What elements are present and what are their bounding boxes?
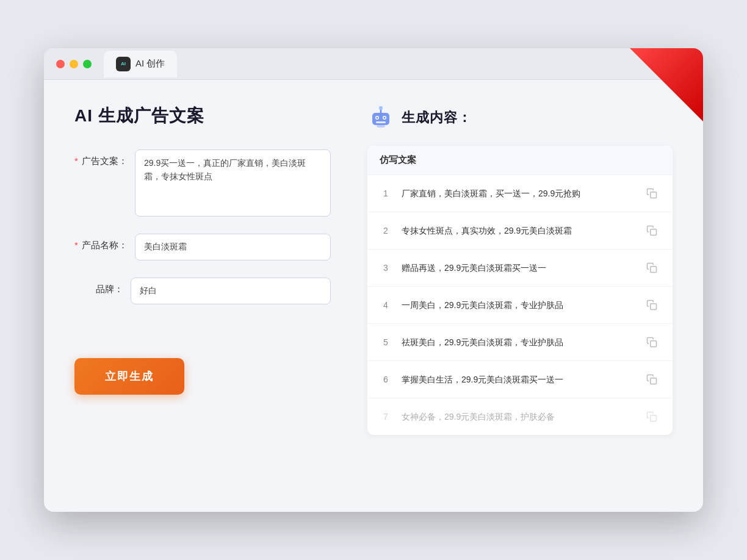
row-text: 专抹女性斑点，真实功效，29.9元美白淡斑霜 — [402, 224, 633, 237]
row-number: 3 — [380, 263, 392, 273]
browser-window: AI 创作 AI 生成广告文案 * 广告文案： * 产品名称： — [44, 48, 703, 512]
ad-copy-input[interactable] — [135, 149, 331, 217]
svg-rect-9 — [651, 192, 657, 198]
ad-copy-required-star: * — [74, 156, 78, 166]
browser-titlebar: AI 创作 — [44, 48, 703, 80]
robot-icon — [367, 104, 394, 131]
copy-icon[interactable] — [643, 222, 660, 239]
product-name-group: * 产品名称： — [74, 234, 331, 260]
generate-button[interactable]: 立即生成 — [74, 358, 184, 395]
svg-point-6 — [384, 117, 386, 119]
product-name-input[interactable] — [135, 234, 331, 260]
svg-rect-12 — [651, 304, 657, 310]
brand-group: 品牌： — [74, 278, 331, 304]
copy-icon[interactable] — [643, 408, 660, 425]
table-row: 5 祛斑美白，29.9元美白淡斑霜，专业护肤品 — [367, 324, 673, 361]
row-number: 2 — [380, 226, 392, 235]
svg-rect-14 — [651, 378, 657, 384]
table-row: 1 厂家直销，美白淡斑霜，买一送一，29.9元抢购 — [367, 175, 673, 212]
row-text: 赠品再送，29.9元美白淡斑霜买一送一 — [402, 262, 633, 275]
corner-decoration — [630, 48, 703, 121]
brand-label: 品牌： — [74, 278, 123, 295]
copy-icon[interactable] — [643, 296, 660, 314]
table-row: 7 女神必备，29.9元美白淡斑霜，护肤必备 — [367, 398, 673, 435]
row-text: 女神必备，29.9元美白淡斑霜，护肤必备 — [402, 411, 633, 423]
right-panel: 生成内容： 仿写文案 1 厂家直销，美白淡斑霜，买一送一，29.9元抢购 2 专… — [367, 104, 673, 435]
row-text: 掌握美白生活，29.9元美白淡斑霜买一送一 — [402, 373, 633, 386]
close-button[interactable] — [56, 60, 65, 68]
copy-icon[interactable] — [643, 185, 660, 202]
row-number: 6 — [380, 375, 392, 384]
copy-icon[interactable] — [643, 371, 660, 388]
tab-label: AI 创作 — [135, 58, 165, 70]
table-row: 3 赠品再送，29.9元美白淡斑霜买一送一 — [367, 249, 673, 287]
traffic-lights — [56, 60, 92, 68]
result-title: 生成内容： — [402, 109, 472, 127]
table-row: 6 掌握美白生活，29.9元美白淡斑霜买一送一 — [367, 361, 673, 398]
row-number: 4 — [380, 300, 392, 310]
copy-icon[interactable] — [643, 259, 660, 276]
copy-icon[interactable] — [643, 334, 660, 351]
results-table: 仿写文案 1 厂家直销，美白淡斑霜，买一送一，29.9元抢购 2 专抹女性斑点，… — [367, 146, 673, 435]
minimize-button[interactable] — [70, 60, 78, 68]
ad-copy-group: * 广告文案： — [74, 149, 331, 217]
row-number: 1 — [380, 188, 392, 198]
main-content: AI 生成广告文案 * 广告文案： * 产品名称： 品牌： — [44, 80, 703, 459]
ai-tab-icon — [116, 57, 131, 71]
table-row: 2 专抹女性斑点，真实功效，29.9元美白淡斑霜 — [367, 212, 673, 249]
product-name-required-star: * — [74, 240, 78, 250]
row-number: 5 — [380, 337, 392, 347]
result-header: 生成内容： — [367, 104, 673, 131]
table-row: 4 一周美白，29.9元美白淡斑霜，专业护肤品 — [367, 287, 673, 324]
svg-rect-13 — [651, 341, 657, 347]
ad-copy-label: * 广告文案： — [74, 149, 128, 167]
svg-point-5 — [377, 117, 378, 119]
svg-rect-8 — [377, 125, 385, 127]
row-number: 7 — [380, 412, 392, 422]
left-panel: AI 生成广告文案 * 广告文案： * 产品名称： 品牌： — [74, 104, 331, 435]
brand-input[interactable] — [131, 278, 331, 304]
svg-rect-15 — [651, 415, 657, 422]
svg-rect-10 — [651, 229, 657, 235]
product-name-label: * 产品名称： — [74, 234, 128, 251]
row-text: 厂家直销，美白淡斑霜，买一送一，29.9元抢购 — [402, 187, 633, 200]
svg-point-2 — [379, 106, 383, 110]
ai-tab[interactable]: AI 创作 — [104, 51, 177, 77]
page-title: AI 生成广告文案 — [74, 104, 331, 127]
table-header: 仿写文案 — [367, 146, 673, 175]
svg-rect-11 — [651, 267, 657, 273]
maximize-button[interactable] — [83, 60, 92, 68]
results-rows: 1 厂家直销，美白淡斑霜，买一送一，29.9元抢购 2 专抹女性斑点，真实功效，… — [367, 175, 673, 435]
row-text: 一周美白，29.9元美白淡斑霜，专业护肤品 — [402, 299, 633, 312]
svg-rect-7 — [376, 121, 386, 123]
row-text: 祛斑美白，29.9元美白淡斑霜，专业护肤品 — [402, 336, 633, 349]
